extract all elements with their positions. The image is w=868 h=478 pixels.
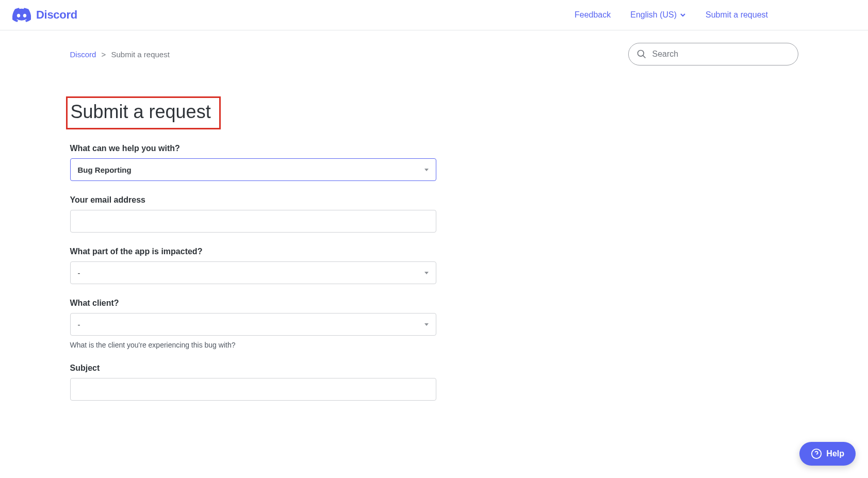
field-help-with: What can we help you with? Bug Reporting — [70, 144, 462, 181]
part-impacted-value: - — [78, 269, 424, 277]
nav-language-selector[interactable]: English (US) — [630, 10, 686, 20]
nav-feedback[interactable]: Feedback — [575, 10, 611, 20]
search-icon — [636, 49, 647, 59]
discord-logo-icon — [12, 8, 31, 22]
svg-point-0 — [637, 51, 644, 57]
field-part-impacted: What part of the app is impacted? - — [70, 247, 462, 284]
nav-language-label: English (US) — [630, 10, 677, 20]
client-select[interactable]: - — [70, 313, 436, 336]
caret-down-icon — [424, 272, 429, 274]
top-nav: Feedback English (US) Submit a request — [575, 10, 856, 20]
site-header: Discord Feedback English (US) Submit a r… — [0, 0, 868, 30]
chevron-down-icon — [680, 12, 686, 18]
logo[interactable]: Discord — [12, 8, 77, 22]
breadcrumb-current: Submit a request — [111, 50, 169, 59]
caret-down-icon — [424, 323, 429, 326]
search-box — [628, 43, 798, 65]
logo-text: Discord — [36, 8, 77, 22]
email-input[interactable] — [78, 210, 429, 232]
subject-input[interactable] — [78, 378, 429, 400]
page-title: Submit a request — [71, 101, 211, 123]
client-label: What client? — [70, 299, 462, 308]
field-client: What client? - What is the client you're… — [70, 299, 462, 349]
nav-submit-request[interactable]: Submit a request — [706, 10, 768, 20]
help-with-value: Bug Reporting — [78, 166, 424, 174]
search-input[interactable] — [628, 43, 798, 65]
caret-down-icon — [424, 169, 429, 171]
email-label: Your email address — [70, 195, 462, 205]
subject-input-wrap — [70, 378, 436, 401]
client-value: - — [78, 320, 424, 329]
email-input-wrap — [70, 210, 436, 233]
help-with-label: What can we help you with? — [70, 144, 462, 153]
page-title-highlight-box: Submit a request — [66, 96, 221, 129]
breadcrumb: Discord > Submit a request — [70, 50, 170, 59]
svg-line-1 — [643, 56, 645, 58]
client-hint: What is the client you're experiencing t… — [70, 341, 462, 349]
field-email: Your email address — [70, 195, 462, 233]
sub-header: Discord > Submit a request — [70, 30, 798, 71]
field-subject: Subject — [70, 364, 462, 401]
breadcrumb-separator: > — [102, 50, 106, 59]
help-with-select[interactable]: Bug Reporting — [70, 158, 436, 181]
main-content: Submit a request What can we help you wi… — [70, 71, 462, 401]
part-impacted-select[interactable]: - — [70, 261, 436, 284]
part-impacted-label: What part of the app is impacted? — [70, 247, 462, 256]
breadcrumb-root[interactable]: Discord — [70, 50, 96, 59]
subject-label: Subject — [70, 364, 462, 373]
